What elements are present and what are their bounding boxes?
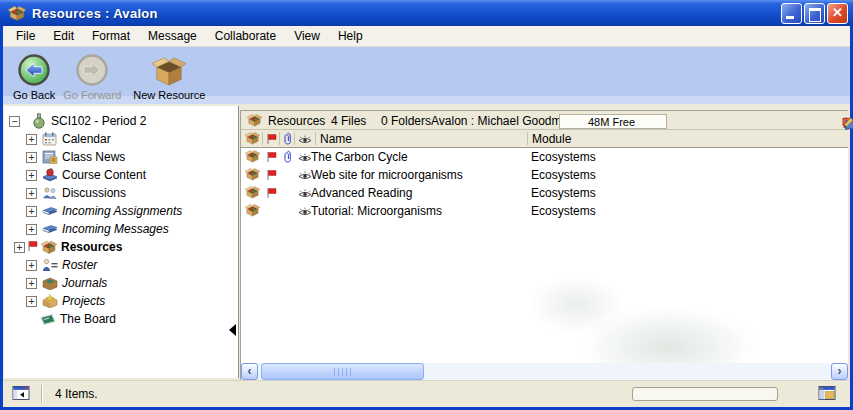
resource-module: Ecosystems	[531, 204, 596, 218]
tree-item-label: Resources	[61, 240, 122, 254]
board-icon	[39, 311, 56, 327]
open-box-icon	[150, 52, 188, 88]
column-module[interactable]: Module	[532, 132, 571, 146]
resource-row[interactable]: Web site for microorganisms Ecosystems	[241, 166, 848, 184]
scroll-right-icon[interactable]	[831, 363, 848, 380]
expand-icon[interactable]	[26, 278, 37, 289]
tree-item-label: Incoming Messages	[62, 222, 169, 236]
menu-message[interactable]: Message	[139, 27, 206, 45]
expand-icon[interactable]	[26, 296, 37, 307]
close-button[interactable]	[827, 3, 848, 24]
new-resource-button[interactable]: New Resource	[129, 51, 209, 102]
panel-info-bar: Resources 4 Files 0 Folders Avalon : Mic…	[241, 111, 848, 130]
title-bar[interactable]: Resources : Avalon	[0, 0, 853, 26]
tree-item-discussions[interactable]: Discussions	[4, 184, 238, 202]
expand-icon[interactable]	[26, 260, 37, 271]
eye-column-icon[interactable]	[298, 134, 312, 148]
tree-item-class-news[interactable]: Class News	[4, 148, 238, 166]
tree-root[interactable]: SCI102 - Period 2	[4, 112, 238, 130]
folder-count: 0 Folders	[381, 114, 431, 128]
tree-item-label: Calendar	[62, 132, 111, 146]
resource-row[interactable]: Tutorial: Microorganisms Ecosystems	[241, 202, 848, 220]
layout-view-icon[interactable]	[818, 385, 836, 404]
collapse-icon[interactable]	[9, 116, 20, 127]
tree-item-roster[interactable]: Roster	[4, 256, 238, 274]
eye-icon	[298, 206, 312, 220]
go-back-label: Go Back	[13, 89, 55, 101]
resource-row[interactable]: The Carbon Cycle Ecosystems	[241, 148, 848, 166]
menu-help[interactable]: Help	[329, 27, 372, 45]
expand-icon[interactable]	[26, 170, 37, 181]
back-arrow-icon	[17, 52, 51, 88]
resource-box-icon	[40, 239, 57, 255]
column-name[interactable]: Name	[320, 132, 352, 146]
incoming-assignments-icon	[41, 203, 58, 219]
course-tree: SCI102 - Period 2 Calendar	[4, 106, 239, 378]
incoming-messages-icon	[41, 221, 58, 237]
splitter-collapse-icon[interactable]	[229, 324, 236, 336]
resource-module: Ecosystems	[531, 150, 596, 164]
tree-item-label: Incoming Assignments	[62, 204, 182, 218]
resource-box-icon	[245, 203, 260, 220]
flag-icon	[266, 187, 277, 202]
main-area: SCI102 - Period 2 Calendar	[3, 104, 850, 380]
expand-icon[interactable]	[14, 242, 25, 253]
tree-item-incoming-messages[interactable]: Incoming Messages	[4, 220, 238, 238]
paperclip-column-icon[interactable]	[283, 132, 292, 148]
menu-format[interactable]: Format	[83, 27, 139, 45]
roster-icon	[41, 257, 58, 273]
tree-item-the-board[interactable]: The Board	[4, 310, 238, 328]
tree-item-resources[interactable]: Resources	[4, 238, 238, 256]
tree-item-calendar[interactable]: Calendar	[4, 130, 238, 148]
table-header: Name Module	[241, 130, 848, 148]
resource-name: The Carbon Cycle	[311, 150, 408, 164]
menu-file[interactable]: File	[7, 27, 44, 45]
resource-module: Ecosystems	[531, 186, 596, 200]
status-bar: 4 Items.	[3, 380, 850, 407]
status-field	[632, 387, 778, 401]
tree-item-label: Course Content	[62, 168, 146, 182]
app-box-icon	[8, 5, 26, 21]
tree-item-course-content[interactable]: Course Content	[4, 166, 238, 184]
watermark-image	[526, 268, 756, 363]
discussions-icon	[41, 185, 58, 201]
tree-item-label: Roster	[62, 258, 97, 272]
expand-icon[interactable]	[26, 206, 37, 217]
tree-item-projects[interactable]: Projects	[4, 292, 238, 310]
expand-icon[interactable]	[26, 152, 37, 163]
flag-icon	[266, 151, 277, 166]
go-forward-button[interactable]: Go Forward	[59, 51, 125, 102]
expand-icon[interactable]	[26, 188, 37, 199]
menu-edit[interactable]: Edit	[44, 27, 83, 45]
file-count: 4 Files	[331, 114, 366, 128]
calendar-icon	[41, 131, 58, 147]
tree-item-journals[interactable]: Journals	[4, 274, 238, 292]
maximize-button[interactable]	[804, 3, 825, 24]
tree-item-incoming-assignments[interactable]: Incoming Assignments	[4, 202, 238, 220]
expand-icon[interactable]	[26, 224, 37, 235]
horizontal-scrollbar[interactable]	[241, 363, 848, 380]
scroll-left-icon[interactable]	[241, 363, 258, 380]
minimize-button[interactable]	[781, 3, 802, 24]
item-count: 4 Items.	[55, 387, 98, 401]
resource-box-icon	[247, 113, 262, 130]
resource-box-icon	[245, 131, 260, 148]
resource-list: The Carbon Cycle Ecosystems	[241, 148, 848, 363]
expand-icon[interactable]	[26, 134, 37, 145]
go-back-button[interactable]: Go Back	[9, 51, 59, 102]
flag-column-icon[interactable]	[266, 133, 277, 148]
tree-item-label: Discussions	[62, 186, 126, 200]
eye-icon	[298, 170, 312, 184]
resource-row[interactable]: Advanced Reading Ecosystems	[241, 184, 848, 202]
tree-item-label: Journals	[62, 276, 107, 290]
news-icon	[41, 149, 58, 165]
menu-view[interactable]: View	[285, 27, 329, 45]
scrollbar-thumb[interactable]	[261, 363, 424, 380]
projects-icon	[41, 293, 58, 309]
owner-label: Avalon : Michael Goodman	[431, 114, 575, 128]
flag-icon	[27, 240, 38, 255]
resource-box-icon	[245, 185, 260, 202]
menu-collaborate[interactable]: Collaborate	[206, 27, 285, 45]
resource-module: Ecosystems	[531, 168, 596, 182]
toggle-panel-icon[interactable]	[12, 385, 30, 404]
